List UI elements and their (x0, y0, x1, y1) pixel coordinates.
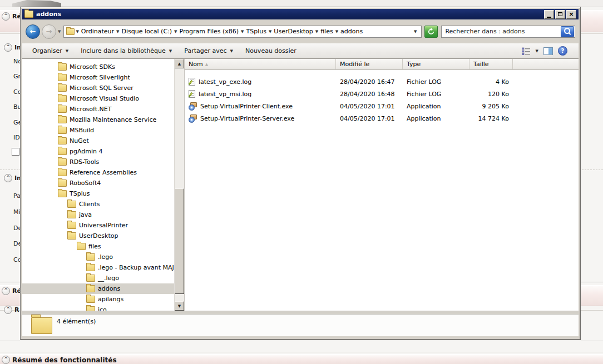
tree-scrollbar[interactable]: ▲ ▼ (174, 59, 184, 311)
folder-icon (86, 264, 95, 271)
tree-item-addons[interactable]: addons (22, 283, 174, 294)
collapse-chevron-icon[interactable]: ^ (4, 43, 12, 52)
scroll-up-icon[interactable]: ▲ (175, 59, 184, 68)
tree-item-clients[interactable]: Clients (22, 199, 174, 210)
folder-icon (86, 296, 95, 303)
tree-item-lego[interactable]: __.lego (22, 273, 174, 283)
column-header-taille[interactable]: Taille (469, 59, 513, 70)
help-button[interactable]: ? (558, 46, 567, 56)
scrollbar-thumb[interactable] (175, 188, 184, 294)
file-modified-cell: 28/04/2020 16:48 (336, 91, 403, 98)
tree-item-microsoft-visual-studio[interactable]: Microsoft Visual Studio (22, 93, 174, 104)
preview-pane-button[interactable] (543, 47, 553, 55)
folder-icon (86, 306, 95, 311)
file-type-cell: Application (403, 103, 469, 110)
tree-item-ico[interactable]: ico (22, 305, 174, 311)
collapse-chevron-icon[interactable]: ^ (2, 12, 10, 21)
file-rows: latest_vp_exe.log28/04/2020 16:47Fichier… (185, 70, 579, 124)
file-row-latest-vp-msi-log[interactable]: latest_vp_msi.log28/04/2020 16:48Fichier… (185, 88, 579, 100)
breadcrumb-program-files-x86[interactable]: Program Files (x86) (177, 28, 240, 35)
tree-item-label: Microsoft SQL Server (70, 84, 134, 92)
log-file-icon (189, 90, 195, 98)
file-row-latest-vp-exe-log[interactable]: latest_vp_exe.log28/04/2020 16:47Fichier… (185, 76, 579, 88)
close-button[interactable]: × (566, 10, 576, 19)
tree-item-microsoft-silverlight[interactable]: Microsoft Silverlight (22, 72, 174, 83)
tree-item-universalprinter[interactable]: UniversalPrinter (22, 220, 174, 231)
file-row-setup-virtualprinter-client-exe[interactable]: Setup-VirtualPrinter-Client.exe04/05/202… (185, 100, 579, 112)
tree-item-lego[interactable]: .lego (22, 252, 174, 262)
sort-ascending-icon: ▲ (205, 62, 208, 67)
column-header-type[interactable]: Type (403, 59, 469, 70)
tree-item-label: Clients (79, 201, 100, 208)
breadcrumb-userdesktop[interactable]: UserDesktop (272, 28, 314, 35)
collapse-chevron-icon[interactable]: ^ (2, 287, 10, 295)
search-input[interactable] (442, 28, 560, 35)
tree-item-userdesktop[interactable]: UserDesktop (22, 231, 174, 241)
titlebar[interactable]: addons × (22, 9, 579, 19)
collapse-chevron-icon[interactable]: ^ (2, 356, 10, 364)
list-header: Nom▲Modifié leTypeTaille (185, 59, 579, 70)
tree-item-pgadmin-4[interactable]: pgAdmin 4 (22, 146, 174, 157)
tree-item-microsoft-sdks[interactable]: Microsoft SDKs (22, 62, 174, 72)
column-header-label: Modifié le (340, 61, 369, 68)
divider (0, 352, 603, 352)
toolbar-inclure-dans-la-biblioth-que[interactable]: Inclure dans la bibliothèque▼ (76, 46, 176, 56)
tree-item-tsplus[interactable]: TSplus (22, 188, 174, 199)
file-row-setup-virtualprinter-server-exe[interactable]: Setup-VirtualPrinter-Server.exe04/05/202… (185, 112, 579, 124)
maximize-button[interactable] (555, 10, 565, 19)
column-header-blank[interactable] (513, 59, 579, 70)
minimize-button[interactable] (544, 10, 554, 19)
address-bar[interactable]: ▼Ordinateur▼Disque local (C:)▼Program Fi… (63, 26, 422, 38)
toolbar-partager-avec[interactable]: Partager avec▼ (180, 46, 238, 56)
checkbox[interactable] (12, 148, 19, 156)
refresh-button[interactable] (424, 26, 438, 38)
breadcrumb-tsplus[interactable]: TSplus (245, 28, 268, 35)
tree-item-java[interactable]: java (22, 210, 174, 220)
tree-item-rds-tools[interactable]: RDS-Tools (22, 157, 174, 167)
breadcrumb-files[interactable]: files (319, 28, 334, 35)
scroll-down-icon[interactable]: ▼ (175, 301, 184, 311)
tree-item-microsoft-net[interactable]: Microsoft.NET (22, 104, 174, 114)
back-button[interactable]: ← (26, 24, 40, 39)
collapse-chevron-icon[interactable]: ^ (4, 174, 12, 182)
desktop: ^Rés^InNoGrCoBuGeID^InPaMiDeDeCo^Rés^R ^… (0, 0, 603, 364)
search-button[interactable] (561, 26, 574, 37)
toolbar-organiser[interactable]: Organiser▼ (28, 46, 73, 56)
tree-item-files[interactable]: files (22, 241, 174, 252)
close-icon: × (569, 11, 574, 17)
tree-item-label: MSBuild (70, 127, 94, 134)
item-count: 4 élément(s) (57, 318, 96, 325)
recent-pages-chevron-icon[interactable]: ▼ (58, 29, 61, 34)
address-dropdown-icon[interactable]: ▼ (412, 29, 419, 34)
column-header-modifi-le[interactable]: Modifié le (336, 59, 403, 70)
breadcrumb-separator-icon: ▼ (174, 29, 177, 34)
folder-icon (58, 127, 67, 134)
tree-item-label: apilangs (98, 296, 123, 303)
tree-item-apilangs[interactable]: apilangs (22, 294, 174, 305)
file-name: Setup-VirtualPrinter-Server.exe (200, 115, 294, 122)
tree-item-label: Mozilla Maintenance Service (70, 116, 156, 123)
change-view-button[interactable] (522, 47, 531, 55)
tree-item-robosoft4[interactable]: RoboSoft4 (22, 178, 174, 188)
breadcrumb-addons[interactable]: addons (339, 28, 364, 35)
views-dropdown-icon[interactable]: ▼ (536, 49, 538, 53)
breadcrumb-disque-local-c[interactable]: Disque local (C:) (120, 28, 174, 35)
tree-item-lego-backup-avant-maj-lego-ex[interactable]: .lego - Backup avant MAJ lego ex (22, 262, 174, 273)
column-header-nom[interactable]: Nom▲ (185, 59, 336, 70)
collapse-chevron-icon[interactable]: ^ (4, 306, 12, 314)
tree-item-label: java (79, 211, 92, 218)
file-name: latest_vp_msi.log (199, 91, 251, 98)
toolbar-item-label: Organiser (32, 47, 62, 54)
tree-item-nuget[interactable]: NuGet (22, 136, 174, 146)
tree-item-msbuild[interactable]: MSBuild (22, 125, 174, 136)
tree-item-label: ico (98, 306, 107, 311)
folder-icon (86, 275, 95, 282)
tree-item-reference-assemblies[interactable]: Reference Assemblies (22, 167, 174, 178)
toolbar-nouveau-dossier[interactable]: Nouveau dossier (241, 46, 301, 56)
background-subheader-in: ^In (4, 174, 21, 182)
forward-button[interactable]: → (42, 24, 56, 39)
breadcrumb-ordinateur[interactable]: Ordinateur (80, 28, 116, 35)
chevron-down-icon: ▼ (230, 49, 233, 53)
tree-item-mozilla-maintenance-service[interactable]: Mozilla Maintenance Service (22, 114, 174, 125)
tree-item-microsoft-sql-server[interactable]: Microsoft SQL Server (22, 83, 174, 93)
